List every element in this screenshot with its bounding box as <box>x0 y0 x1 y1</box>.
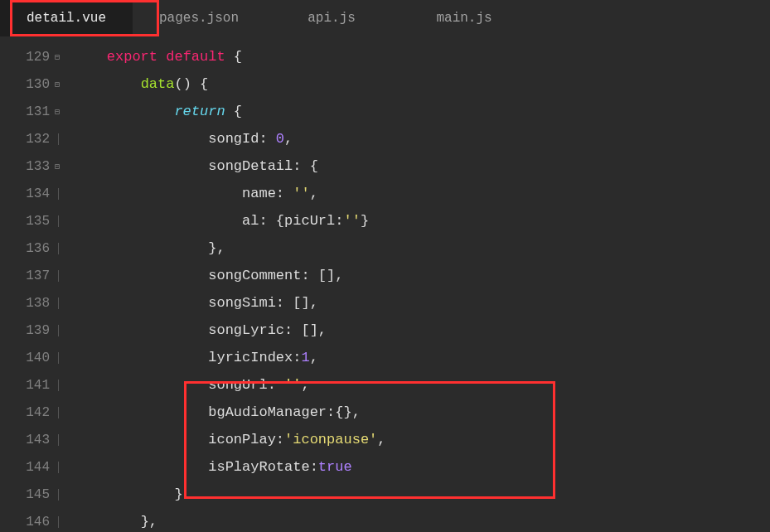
gutter-row: 136 <box>0 235 66 262</box>
token-prop: iconPlay <box>208 432 276 447</box>
code-line[interactable]: songDetail: { <box>73 152 770 180</box>
token-punc: , <box>301 377 309 393</box>
line-number: 145 <box>17 487 50 502</box>
fold-guide-icon <box>51 462 63 473</box>
token-prop: songLyric <box>208 322 284 338</box>
fold-open-icon[interactable]: ⊟ <box>51 79 63 90</box>
token-punc: : <box>268 377 284 393</box>
fold-open-icon[interactable]: ⊟ <box>51 106 63 118</box>
line-number: 146 <box>17 515 50 530</box>
token-plain <box>157 49 166 65</box>
token-prop: songId <box>208 131 259 147</box>
token-string: '' <box>343 213 360 229</box>
gutter-row: 140 <box>0 344 66 371</box>
code-area[interactable]: export default { data() { return { songI… <box>66 36 770 532</box>
token-string: '' <box>293 186 309 201</box>
fold-guide-icon <box>51 215 63 227</box>
gutter-row: 135 <box>0 207 66 235</box>
code-line[interactable]: songComment: [], <box>73 262 770 289</box>
line-number: 131 <box>17 104 50 119</box>
token-punc: : <box>293 350 301 365</box>
code-line[interactable]: lyricIndex:1, <box>73 344 770 371</box>
code-line[interactable]: songSimi: [], <box>73 289 770 317</box>
line-number: 140 <box>17 351 50 365</box>
code-editor[interactable]: 129⊟130⊟131⊟132133⊟134135136137138139140… <box>0 36 770 532</box>
code-line[interactable]: return { <box>73 98 770 125</box>
token-number: 1 <box>301 350 309 365</box>
line-number: 136 <box>17 241 50 256</box>
gutter-row: 143 <box>0 426 66 453</box>
token-punc: }, <box>208 240 225 256</box>
token-prop: lyricIndex <box>208 350 293 365</box>
line-number: 144 <box>17 460 50 475</box>
token-punc: , <box>310 186 318 201</box>
gutter-row: 129⊟ <box>0 43 66 70</box>
tab-api-js[interactable]: api.js <box>265 0 398 36</box>
line-number: 141 <box>17 378 50 393</box>
token-plain <box>225 49 234 65</box>
line-number: 139 <box>17 323 50 338</box>
token-func: data <box>141 76 175 92</box>
line-number: 143 <box>17 433 50 447</box>
line-number: 132 <box>17 132 50 147</box>
code-line[interactable]: songLyric: [], <box>73 317 770 344</box>
token-punc: { <box>234 104 242 119</box>
token-prop: songComment <box>208 268 301 283</box>
token-prop: picUrl <box>284 213 335 229</box>
code-line[interactable]: iconPlay:'iconpause', <box>73 426 770 453</box>
fold-guide-icon <box>51 407 63 418</box>
tab-pages-json[interactable]: pages.json <box>133 0 265 36</box>
gutter-row: 142 <box>0 399 66 426</box>
fold-guide-icon <box>51 325 63 336</box>
token-prop: name <box>242 186 276 201</box>
token-punc: : [], <box>301 268 343 283</box>
token-punc: { <box>234 49 242 65</box>
token-punc: : <box>335 213 343 229</box>
token-punc: : <box>259 131 275 147</box>
code-line[interactable]: data() { <box>73 70 770 98</box>
gutter-row: 131⊟ <box>0 98 66 125</box>
code-line[interactable]: al: {picUrl:''} <box>73 207 770 235</box>
gutter-row: 130⊟ <box>0 70 66 98</box>
code-line[interactable]: songId: 0, <box>73 125 770 152</box>
gutter-row: 133⊟ <box>0 152 66 180</box>
token-prop: songUrl <box>208 377 267 393</box>
token-prop: al <box>242 213 259 229</box>
token-keyword: default <box>166 49 225 65</box>
gutter-row: 132 <box>0 125 66 152</box>
token-bool: true <box>318 459 352 475</box>
token-punc: : <box>276 432 284 447</box>
fold-guide-icon <box>51 188 63 200</box>
code-line[interactable]: isPlayRotate:true <box>73 453 770 481</box>
fold-guide-icon <box>51 434 63 446</box>
token-prop: songDetail <box>208 158 293 174</box>
gutter-row: 139 <box>0 317 66 344</box>
fold-guide-icon <box>51 352 63 364</box>
fold-guide-icon <box>51 297 63 309</box>
code-line[interactable]: bgAudioManager:{}, <box>73 399 770 426</box>
fold-open-icon[interactable]: ⊟ <box>51 161 63 172</box>
tab-main-js[interactable]: main.js <box>398 0 530 36</box>
fold-open-icon[interactable]: ⊟ <box>51 51 63 63</box>
token-string: 'iconpause' <box>284 432 377 447</box>
tab-detail-vue[interactable]: detail.vue <box>0 0 133 36</box>
token-punc: }, <box>141 514 157 530</box>
code-line[interactable]: export default { <box>73 43 770 70</box>
token-punc: , <box>377 432 385 447</box>
gutter-row: 134 <box>0 180 66 207</box>
code-line[interactable]: }, <box>73 235 770 262</box>
token-punc: } <box>174 486 182 502</box>
gutter-row: 141 <box>0 371 66 399</box>
token-prop: isPlayRotate <box>208 459 309 475</box>
tab-bar: detail.vue pages.json api.js main.js <box>0 0 770 36</box>
token-number: 0 <box>276 131 284 147</box>
token-plain <box>191 76 200 92</box>
code-line[interactable]: } <box>73 481 770 508</box>
fold-guide-icon <box>51 489 63 501</box>
code-line[interactable]: }, <box>73 508 770 532</box>
token-punc: } <box>361 213 369 229</box>
code-line[interactable]: songUrl: '', <box>73 371 770 399</box>
line-number: 134 <box>17 186 50 201</box>
code-line[interactable]: name: '', <box>73 180 770 207</box>
token-prop: songSimi <box>208 295 276 311</box>
